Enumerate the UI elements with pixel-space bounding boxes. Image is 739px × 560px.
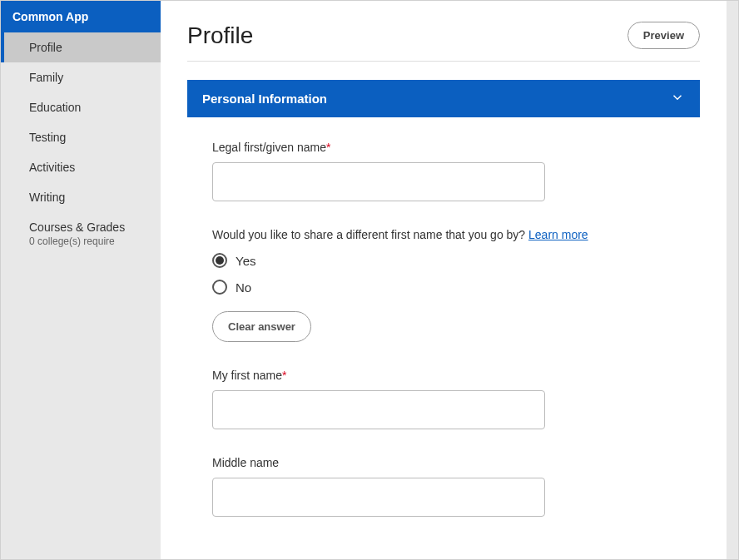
sidebar-item-activities[interactable]: Activities bbox=[1, 152, 161, 182]
sidebar-item-label: Courses & Grades bbox=[29, 221, 125, 234]
sidebar-item-label: Activities bbox=[29, 161, 75, 174]
sidebar-item-label: Testing bbox=[29, 131, 66, 144]
sidebar-header: Common App bbox=[1, 1, 161, 32]
learn-more-link[interactable]: Learn more bbox=[528, 228, 588, 241]
radio-icon bbox=[212, 253, 227, 268]
preview-button[interactable]: Preview bbox=[627, 22, 700, 49]
section-title: Personal Information bbox=[202, 92, 327, 106]
sidebar-item-label: Profile bbox=[29, 41, 62, 54]
legal-first-name-label: Legal first/given name* bbox=[212, 141, 675, 154]
sidebar-item-profile[interactable]: Profile bbox=[1, 32, 161, 62]
main-content: Profile Preview Personal Information Leg… bbox=[161, 1, 727, 559]
sidebar-item-label: Family bbox=[29, 71, 63, 84]
sidebar-item-label: Education bbox=[29, 101, 81, 114]
sidebar: Common App Profile Family Education Test… bbox=[1, 1, 161, 559]
radio-option-yes[interactable]: Yes bbox=[212, 253, 675, 268]
sidebar-item-family[interactable]: Family bbox=[1, 62, 161, 92]
my-first-name-input[interactable] bbox=[212, 390, 545, 429]
sidebar-item-sublabel: 0 college(s) require bbox=[29, 235, 149, 247]
middle-name-input[interactable] bbox=[212, 478, 545, 517]
sidebar-item-label: Writing bbox=[29, 191, 65, 204]
sidebar-item-education[interactable]: Education bbox=[1, 92, 161, 122]
legal-first-name-input[interactable] bbox=[212, 162, 545, 201]
radio-icon bbox=[212, 280, 227, 295]
radio-option-no[interactable]: No bbox=[212, 280, 675, 295]
chevron-down-icon bbox=[670, 90, 685, 107]
middle-name-label: Middle name bbox=[212, 456, 675, 469]
sidebar-item-testing[interactable]: Testing bbox=[1, 122, 161, 152]
sidebar-item-writing[interactable]: Writing bbox=[1, 182, 161, 212]
sidebar-item-courses[interactable]: Courses & Grades 0 college(s) require bbox=[1, 212, 161, 255]
radio-label: No bbox=[236, 280, 251, 295]
right-gutter bbox=[727, 1, 738, 559]
radio-label: Yes bbox=[236, 254, 255, 268]
page-title: Profile bbox=[187, 22, 253, 49]
section-header-personal-info[interactable]: Personal Information bbox=[187, 80, 700, 117]
clear-answer-button[interactable]: Clear answer bbox=[212, 311, 311, 342]
share-different-question: Would you like to share a different firs… bbox=[212, 228, 675, 241]
my-first-name-label: My first name* bbox=[212, 369, 675, 382]
